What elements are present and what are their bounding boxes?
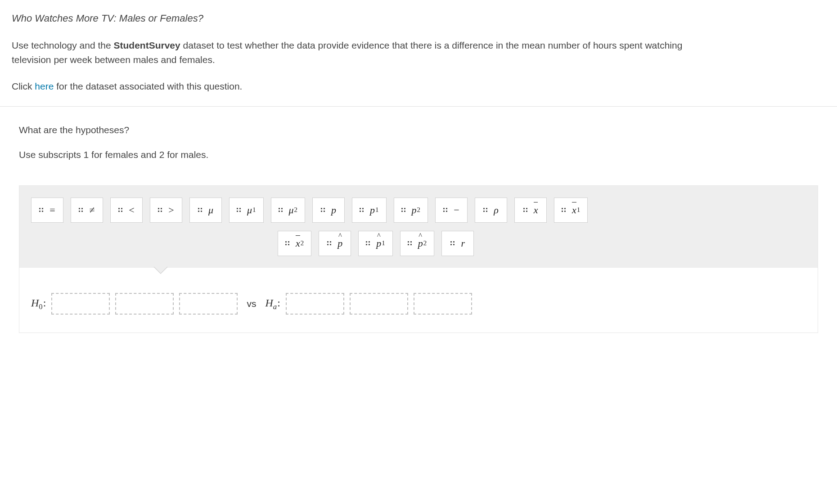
drag-grip-icon: [285, 241, 289, 245]
drag-grip-icon: [443, 208, 447, 212]
vs-label: vs: [247, 297, 256, 311]
h0-sub: 0: [39, 302, 42, 311]
ha-label: Ha:: [265, 295, 281, 312]
drag-grip-icon: [327, 241, 331, 245]
drag-grip-icon: [321, 208, 325, 212]
h0-label: H0:: [31, 295, 47, 312]
ha-slots: [286, 293, 472, 315]
symbol-tile-mu[interactable]: μ: [189, 198, 222, 223]
h0-slot-3[interactable]: [179, 293, 238, 315]
h0-slot-2[interactable]: [115, 293, 174, 315]
symbol-tile-xbar[interactable]: x: [514, 198, 547, 223]
subscript-note: Use subscripts 1 for females and 2 for m…: [19, 148, 818, 162]
symbol-tile-lt[interactable]: <: [110, 198, 143, 223]
drag-grip-icon: [279, 208, 283, 212]
intro-pre: Use technology and the: [12, 40, 114, 50]
symbol-tile-r[interactable]: r: [441, 231, 474, 256]
ha-slot-2[interactable]: [350, 293, 408, 315]
drag-grip-icon: [401, 208, 405, 212]
palette-row-1: =≠<>μμ1μ2pp1p2−ρxx1: [31, 198, 806, 223]
drag-drop-panel: =≠<>μμ1μ2pp1p2−ρxx1 x2pp1p2r H0: vs Ha:: [19, 185, 818, 333]
drag-grip-icon: [237, 208, 241, 212]
ha-sub: a: [273, 302, 277, 311]
drag-grip-icon: [118, 208, 122, 212]
dataset-link[interactable]: here: [35, 81, 54, 91]
drag-grip-icon: [198, 208, 202, 212]
palette-pointer-fill: [154, 267, 167, 273]
ha-slot-1[interactable]: [286, 293, 344, 315]
hypotheses-question: What are the hypotheses?: [19, 123, 818, 137]
h0-colon: :: [43, 297, 46, 309]
intro-text: Use technology and the StudentSurvey dat…: [12, 38, 700, 67]
symbol-tile-xbar2[interactable]: x2: [278, 231, 311, 256]
drag-grip-icon: [360, 208, 364, 212]
symbol-tile-p2[interactable]: p2: [394, 198, 428, 223]
drag-grip-icon: [366, 241, 370, 245]
drag-grip-icon: [79, 208, 83, 212]
h0-slots: [51, 293, 238, 315]
dataset-post: for the dataset associated with this que…: [54, 81, 242, 91]
symbol-tile-rho[interactable]: ρ: [475, 198, 507, 223]
symbol-tile-mu1[interactable]: μ1: [229, 198, 264, 223]
symbol-tile-eq[interactable]: =: [31, 198, 63, 223]
symbol-tile-neq[interactable]: ≠: [71, 198, 103, 223]
symbol-tile-minus[interactable]: −: [435, 198, 468, 223]
h0-slot-1[interactable]: [51, 293, 110, 315]
drag-grip-icon: [483, 208, 487, 212]
dataset-pre: Click: [12, 81, 35, 91]
divider: [0, 106, 837, 107]
answer-area: H0: vs Ha:: [19, 268, 818, 333]
symbol-tile-p[interactable]: p: [312, 198, 345, 223]
symbol-tile-phat[interactable]: p: [319, 231, 351, 256]
drag-grip-icon: [450, 241, 454, 245]
symbol-tile-phat1[interactable]: p1: [358, 231, 392, 256]
symbol-palette: =≠<>μμ1μ2pp1p2−ρxx1 x2pp1p2r: [19, 186, 818, 268]
drag-grip-icon: [408, 241, 412, 245]
palette-row-2: x2pp1p2r: [31, 231, 806, 256]
drag-grip-icon: [158, 208, 162, 212]
question-title: Who Watches More TV: Males or Females?: [12, 11, 825, 26]
intro-bold: StudentSurvey: [114, 40, 180, 50]
ha-slot-3[interactable]: [414, 293, 472, 315]
h0-h: H: [31, 297, 39, 309]
drag-grip-icon: [39, 208, 43, 212]
drag-grip-icon: [562, 208, 566, 212]
dataset-line: Click here for the dataset associated wi…: [12, 79, 825, 94]
drag-grip-icon: [523, 208, 527, 212]
symbol-tile-phat2[interactable]: p2: [400, 231, 434, 256]
symbol-tile-xbar1[interactable]: x1: [554, 198, 588, 223]
symbol-tile-p1[interactable]: p1: [352, 198, 386, 223]
symbol-tile-mu2[interactable]: μ2: [271, 198, 306, 223]
symbol-tile-gt[interactable]: >: [150, 198, 182, 223]
ha-h: H: [265, 297, 273, 309]
ha-colon: :: [277, 297, 280, 309]
